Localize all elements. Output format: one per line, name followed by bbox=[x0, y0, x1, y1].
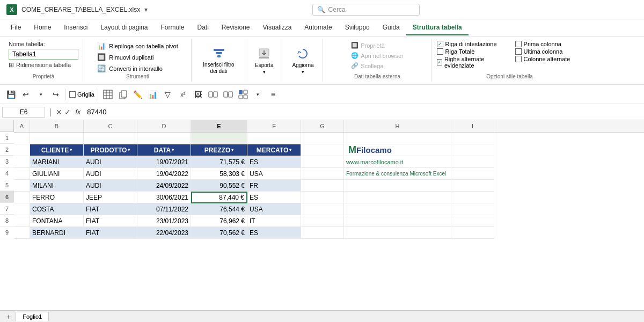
cell-B4[interactable]: GIULIANI bbox=[30, 168, 84, 180]
cell-F4[interactable]: USA bbox=[247, 168, 301, 180]
checkbox-riga-intestazione[interactable]: ✓ bbox=[437, 41, 443, 47]
cell-F5[interactable]: FR bbox=[247, 180, 301, 192]
cell-A8[interactable] bbox=[14, 215, 30, 227]
pivot-btn[interactable]: 📊 Riepiloga con tabella pivot bbox=[95, 41, 180, 51]
grid-view-btn[interactable] bbox=[237, 88, 250, 101]
cell-D6[interactable]: 30/06/2021 bbox=[137, 192, 191, 203]
grid-cb[interactable] bbox=[69, 91, 76, 98]
dropdown-icon-mercato[interactable]: ▾ bbox=[289, 148, 291, 152]
formula-input[interactable] bbox=[83, 107, 642, 117]
tab-guida[interactable]: Guida bbox=[376, 20, 406, 35]
tab-file[interactable]: File bbox=[4, 20, 27, 35]
cell-A5[interactable] bbox=[14, 180, 30, 192]
col-E[interactable]: E bbox=[191, 120, 247, 132]
tab-layout[interactable]: Layout di pagina bbox=[94, 20, 154, 35]
col-D[interactable]: D bbox=[137, 120, 191, 132]
convert-range-btn[interactable]: 🔄 Converti in intervallo bbox=[95, 63, 165, 74]
cell-F2[interactable]: MERCATO ▾ bbox=[247, 144, 301, 156]
undo-dropdown[interactable]: ▾ bbox=[34, 88, 47, 101]
table-icon-btn[interactable] bbox=[101, 88, 114, 101]
img-icon-btn[interactable]: 🖼 bbox=[192, 88, 204, 101]
cell-C5[interactable]: AUDI bbox=[84, 180, 137, 192]
cell-H1[interactable] bbox=[344, 133, 451, 144]
col-F[interactable]: F bbox=[247, 120, 301, 132]
cell-I5[interactable] bbox=[451, 180, 494, 192]
data-btn2[interactable] bbox=[222, 88, 235, 101]
cell-D4[interactable]: 19/04/2022 bbox=[137, 168, 191, 180]
cell-I1[interactable] bbox=[451, 133, 494, 144]
cell-D9[interactable]: 22/04/2023 bbox=[137, 227, 191, 239]
cell-C2[interactable]: PRODOTTO ▾ bbox=[84, 144, 137, 156]
cell-A2[interactable] bbox=[14, 144, 30, 156]
cell-E5[interactable]: 90,552 € bbox=[191, 180, 247, 192]
resize-table-link[interactable]: ⊞ Ridimensiona tabella bbox=[9, 61, 71, 69]
undo-button[interactable]: ↩ bbox=[19, 88, 32, 101]
cell-D8[interactable]: 23/01/2023 bbox=[137, 215, 191, 227]
cell-D7[interactable]: 07/11/2022 bbox=[137, 203, 191, 215]
cell-D3[interactable]: 19/07/2021 bbox=[137, 156, 191, 168]
cell-B7[interactable]: COSTA bbox=[30, 203, 84, 215]
tab-formule[interactable]: Formule bbox=[154, 20, 191, 35]
checkbox-righe-alternate[interactable]: ✓ bbox=[437, 59, 442, 65]
cell-I4[interactable] bbox=[451, 168, 494, 180]
cancel-formula-icon[interactable]: ✕ bbox=[56, 108, 62, 116]
cell-E3[interactable]: 71,575 € bbox=[191, 156, 247, 168]
cell-G5[interactable] bbox=[301, 180, 344, 192]
grid-view-dropdown[interactable]: ▾ bbox=[252, 88, 265, 101]
cell-G8[interactable] bbox=[301, 215, 344, 227]
checkbox-colonne-alternate[interactable] bbox=[515, 56, 522, 62]
cell-A3[interactable] bbox=[14, 156, 30, 168]
dropdown-arrow-title[interactable]: ▾ bbox=[144, 6, 148, 13]
cb-riga-intestazione[interactable]: ✓ Riga di intestazione bbox=[437, 41, 504, 47]
cell-B9[interactable]: BERNARDI bbox=[30, 227, 84, 239]
cb-prima-colonna[interactable]: Prima colonna bbox=[515, 41, 583, 47]
cb-colonne-alternate[interactable]: Colonne alternate bbox=[515, 56, 583, 62]
cell-H7[interactable] bbox=[344, 203, 451, 215]
search-box[interactable]: 🔍 Cerca bbox=[312, 4, 420, 16]
tab-home[interactable]: Home bbox=[27, 20, 57, 35]
cell-D1[interactable] bbox=[137, 133, 191, 144]
cell-B6[interactable]: FERRO bbox=[30, 192, 84, 203]
tab-struttura[interactable]: Struttura tabella bbox=[406, 20, 469, 35]
tab-dati[interactable]: Dati bbox=[191, 20, 215, 35]
dropdown-icon-prodotto[interactable]: ▾ bbox=[128, 148, 130, 152]
cell-G7[interactable] bbox=[301, 203, 344, 215]
grid-checkbox[interactable]: Griglia bbox=[69, 91, 94, 98]
tab-visualizza[interactable]: Visualizza bbox=[257, 20, 298, 35]
cell-C6[interactable]: JEEP bbox=[84, 192, 137, 203]
add-sheet-btn[interactable]: + bbox=[2, 311, 15, 322]
cell-H9[interactable] bbox=[344, 227, 451, 239]
name-box[interactable] bbox=[2, 107, 45, 118]
cell-A9[interactable] bbox=[14, 227, 30, 239]
cell-G2[interactable] bbox=[301, 144, 344, 156]
cell-H6[interactable] bbox=[344, 192, 451, 203]
cell-C9[interactable]: FIAT bbox=[84, 227, 137, 239]
cell-E1[interactable] bbox=[191, 133, 247, 144]
cell-G3[interactable] bbox=[301, 156, 344, 168]
cell-F9[interactable]: ES bbox=[247, 227, 301, 239]
cell-G9[interactable] bbox=[301, 227, 344, 239]
cell-E6[interactable]: 87,440 € bbox=[191, 192, 247, 203]
cell-A1[interactable] bbox=[14, 133, 30, 144]
col-B[interactable]: B bbox=[30, 120, 84, 132]
copy-icon-btn[interactable] bbox=[116, 88, 129, 101]
cell-F6[interactable]: ES bbox=[247, 192, 301, 203]
dropdown-icon-data[interactable]: ▾ bbox=[172, 148, 174, 152]
remove-duplicates-btn[interactable]: 🔲 Rimuovi duplicati bbox=[95, 52, 156, 62]
pencil-icon-btn[interactable]: ✏️ bbox=[131, 88, 144, 101]
cell-D2[interactable]: DATA ▾ bbox=[137, 144, 191, 156]
proprieta-btn[interactable]: 🔲 Proprietà bbox=[348, 41, 388, 50]
chart-icon-btn[interactable]: 📊 bbox=[147, 88, 159, 101]
save-button[interactable]: 💾 bbox=[4, 88, 17, 101]
cell-C7[interactable]: FIAT bbox=[84, 203, 137, 215]
col-I[interactable]: I bbox=[451, 120, 494, 132]
cell-H3[interactable]: www.marcofilocamo.it bbox=[344, 156, 451, 168]
cell-I8[interactable] bbox=[451, 215, 494, 227]
data-btn1[interactable] bbox=[207, 88, 219, 101]
cell-F7[interactable]: USA bbox=[247, 203, 301, 215]
tab-automate[interactable]: Automate bbox=[298, 20, 338, 35]
cell-B2[interactable]: CLIENTE ▾ bbox=[30, 144, 84, 156]
cb-riga-totale[interactable]: Riga Totale bbox=[437, 48, 504, 55]
cell-E4[interactable]: 58,303 € bbox=[191, 168, 247, 180]
cb-righe-alternate[interactable]: ✓ Righe alternate evidenziate bbox=[437, 56, 504, 69]
